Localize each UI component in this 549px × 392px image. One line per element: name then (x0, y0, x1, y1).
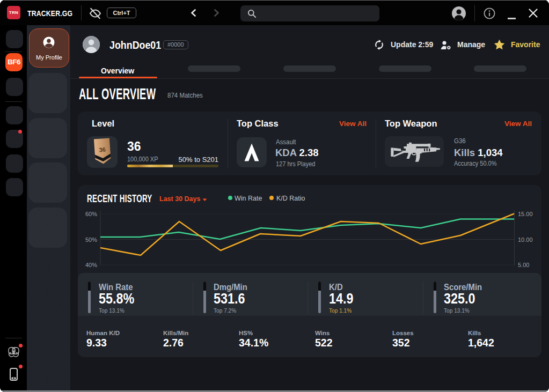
svg-text:5.00: 5.00 (518, 262, 529, 268)
svg-text:10.00: 10.00 (518, 236, 533, 243)
svg-text:36: 36 (99, 146, 106, 153)
svg-text:15.00: 15.00 (518, 211, 533, 217)
svg-text:60%: 60% (85, 211, 97, 217)
svg-text:40%: 40% (85, 262, 97, 268)
svg-text:50%: 50% (85, 236, 97, 243)
